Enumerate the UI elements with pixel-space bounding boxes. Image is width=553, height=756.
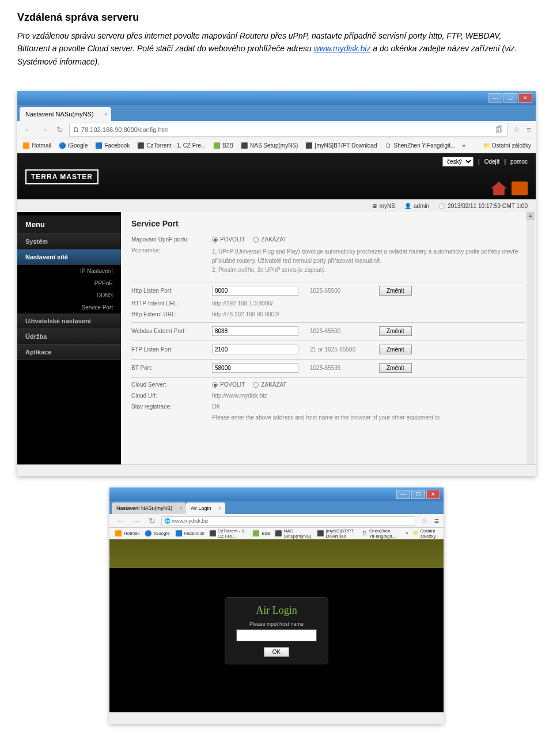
- browser-tab-active[interactable]: Nastavení NASu(myNS) ×: [20, 107, 111, 121]
- http-port-label: Http Listen Port:: [131, 288, 212, 294]
- cloud-disable-radio[interactable]: ZAKÁZAT: [253, 381, 286, 388]
- ftp-port-input[interactable]: [212, 345, 298, 354]
- sidebar-item-network[interactable]: Nastavení sítě: [17, 250, 121, 265]
- sidebar-item-system[interactable]: Systém: [17, 234, 121, 250]
- bookmark-cztorrent-2[interactable]: ⬛CzTorrent - 1. CZ Fre...: [209, 528, 247, 539]
- bookmark-other-folder-2[interactable]: 📁Ostatní záložky: [413, 528, 439, 539]
- bt-port-input[interactable]: [212, 363, 298, 373]
- hostname-input[interactable]: [236, 629, 317, 641]
- ftp-change-button[interactable]: Změnit: [379, 345, 412, 354]
- bookmark-facebook-2[interactable]: 🟦Facebook: [175, 530, 204, 538]
- divider: [131, 359, 525, 360]
- home-icon[interactable]: [491, 182, 507, 195]
- window-minimize-button[interactable]: —: [488, 93, 502, 103]
- tab-title: Nastavení NASu(myNS): [25, 111, 94, 118]
- upnp-label: Mapování UpnP portu:: [131, 236, 212, 243]
- bookmark-facebook[interactable]: 🟦Facebook: [94, 142, 130, 150]
- http-external-value: http://78.102.166.90:8000/: [212, 311, 279, 317]
- ftp-label: FTP Listen Port:: [131, 346, 212, 353]
- bookmark-igoogle[interactable]: 🔵iGoogle: [58, 142, 88, 150]
- sidebar-subitem-service-port[interactable]: Service Port: [17, 301, 121, 313]
- window-minimize-button-2[interactable]: —: [396, 490, 410, 499]
- doc-link-mydisk[interactable]: www.mydisk.biz: [314, 44, 371, 53]
- bookmark-shenzhen-2[interactable]: 🗋ShenZhen YiFangdigit...: [362, 528, 402, 539]
- bookmark-nas-setup-2[interactable]: ⬛NAS Setup(myNS): [275, 528, 312, 539]
- bookmarks-bar: 🟧Hotmail 🔵iGoogle 🟦Facebook ⬛CzTorrent -…: [17, 138, 536, 153]
- divider: [131, 341, 525, 341]
- bookmark-nas-setup[interactable]: ⬛NAS Setup(myNS): [240, 142, 298, 150]
- help-link[interactable]: pomoc: [510, 158, 528, 165]
- browser-toolbar-2: ← → ↻ 🌐 www.mydisk.biz ☆ ≡: [109, 514, 444, 528]
- browser-tab-2-active[interactable]: Air Login ×: [186, 502, 225, 514]
- note-text-1: 1, UPnP (Universal Plug and Play) dovolu…: [212, 247, 525, 266]
- window-maximize-button-2[interactable]: ☐: [411, 490, 425, 499]
- address-bar[interactable]: 🗋 78.102.166.90:8000/config.htm 🗐: [69, 123, 507, 137]
- sidebar-item-user-settings[interactable]: Uživatelské nastavení: [17, 313, 121, 329]
- tab-close-icon-1[interactable]: ×: [179, 505, 183, 512]
- back-button[interactable]: ←: [22, 125, 35, 134]
- reload-button-2[interactable]: ↻: [146, 516, 158, 526]
- scrollbar[interactable]: ▲: [527, 212, 535, 464]
- sidebar-item-maintenance[interactable]: Údržba: [17, 329, 121, 345]
- upnp-disable-radio[interactable]: ZAKÁZAT: [253, 236, 286, 243]
- http-port-input[interactable]: [212, 286, 298, 296]
- bookmark-hotmail-2[interactable]: 🟧Hotmail: [114, 530, 139, 538]
- status-user: 👤 admin: [404, 203, 429, 209]
- bookmark-star-icon-2[interactable]: ☆: [421, 517, 427, 525]
- bookmark-star-icon[interactable]: ☆: [513, 126, 520, 134]
- bookmark-mynas-bt-2[interactable]: ⬛[myNS]BT/PT Download: [317, 528, 357, 539]
- bookmark-igoogle-2[interactable]: 🔵iGoogle: [144, 530, 170, 538]
- sidebar-item-apps[interactable]: Aplikace: [17, 345, 121, 360]
- login-title: Air Login: [232, 604, 321, 617]
- tab-close-icon-2[interactable]: ×: [218, 505, 222, 512]
- panel-title: Service Port: [131, 219, 525, 228]
- tab-close-icon[interactable]: ×: [104, 111, 108, 118]
- bookmark-b2b[interactable]: 🟩B2B: [213, 142, 233, 150]
- window-maximize-button[interactable]: ☐: [503, 93, 517, 103]
- bookmark-cztorrent[interactable]: ⬛CzTorrent - 1. CZ Fre...: [137, 142, 206, 150]
- webdav-range: 1025-65500: [310, 328, 379, 334]
- reload-button[interactable]: ↻: [54, 125, 66, 134]
- divider: [131, 282, 525, 282]
- browser-menu-icon-2[interactable]: ≡: [434, 516, 439, 526]
- bt-range: 1025-65535: [310, 365, 379, 371]
- login-ok-button[interactable]: OK: [264, 647, 289, 657]
- browser-tab-1[interactable]: Nastavení NASu(myNS) ×: [112, 502, 186, 514]
- scroll-up-icon[interactable]: ▲: [527, 212, 535, 220]
- sidebar-subitem-ip[interactable]: IP Nastavení: [17, 265, 121, 277]
- cloud-enable-radio[interactable]: POVOLIT: [212, 381, 245, 388]
- bookmarks-more-2[interactable]: »: [406, 531, 408, 536]
- browser-menu-icon[interactable]: ≡: [527, 125, 531, 134]
- http-port-range: 1025-65500: [310, 288, 379, 294]
- back-button-2[interactable]: ←: [114, 516, 127, 526]
- nas-page: český | Odejít | pomoc TERRA MASTER 🖥 my…: [17, 153, 536, 464]
- reg-value: OK: [212, 403, 220, 410]
- sidebar-subitem-pppoe[interactable]: PPPoE: [17, 277, 121, 289]
- bookmark-b2b-2[interactable]: 🟩B2B: [252, 530, 270, 538]
- bt-change-button[interactable]: Změnit: [379, 363, 412, 373]
- forward-button-2[interactable]: →: [130, 516, 143, 526]
- browser-window-login: — ☐ ✕ Nastavení NASu(myNS) × Air Login ×…: [109, 487, 444, 724]
- logout-link[interactable]: Odejít: [484, 158, 500, 165]
- window-close-button-2[interactable]: ✕: [426, 490, 440, 499]
- bookmark-shenzhen[interactable]: 🗋ShenZhen YiFangdigit...: [384, 142, 456, 150]
- webdav-port-input[interactable]: [212, 326, 298, 336]
- folder-icon[interactable]: [512, 182, 528, 195]
- forward-button[interactable]: →: [38, 125, 51, 134]
- header-separator-2: |: [504, 158, 506, 165]
- cloud-label: Cloud Server:: [131, 381, 212, 388]
- bookmarks-more[interactable]: »: [462, 142, 465, 149]
- bookmark-mynas-bt[interactable]: ⬛[myNS]BT/PT Download: [305, 142, 377, 150]
- webdav-label: Webdav Externí Port:: [131, 328, 212, 334]
- window-close-button[interactable]: ✕: [518, 93, 532, 103]
- language-select[interactable]: český: [442, 157, 474, 167]
- sidebar-subitem-ddns[interactable]: DDNS: [17, 289, 121, 301]
- webdav-change-button[interactable]: Změnit: [379, 326, 412, 336]
- page-action-icon[interactable]: 🗐: [495, 125, 503, 134]
- http-change-button[interactable]: Změnit: [379, 286, 412, 296]
- address-bar-2[interactable]: 🌐 www.mydisk.biz: [161, 516, 415, 526]
- bookmark-hotmail[interactable]: 🟧Hotmail: [22, 142, 51, 150]
- upnp-enable-radio[interactable]: POVOLIT: [212, 236, 245, 243]
- bookmark-other-folder[interactable]: 📁Ostatní záložky: [483, 142, 531, 149]
- ftp-range: 21 or 1025-65500: [310, 346, 379, 353]
